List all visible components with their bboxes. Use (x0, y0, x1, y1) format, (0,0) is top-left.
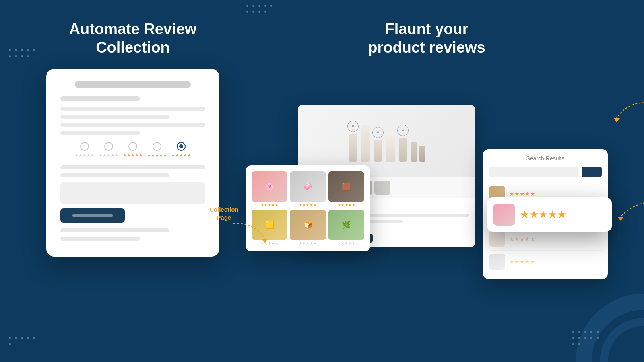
soap-image-6: 🌿 (328, 210, 364, 240)
soap-image-1: 🌸 (252, 171, 287, 202)
item-stars-1: ★★★★★ (252, 203, 287, 207)
rating-option-1: ★★★★★ (74, 142, 95, 158)
bottle-med-2 (399, 138, 407, 162)
bottle-short-3 (419, 146, 425, 162)
form-line-6 (60, 173, 169, 177)
rating-option-4: ★★★★★ (147, 142, 167, 158)
search-results-heading: Search Results (489, 155, 602, 162)
thumb-5[interactable] (374, 181, 390, 195)
review-form-card: ★★★★★ ★★★★★ ★★★★★ ★★★★★ ★★★★★ (46, 69, 219, 257)
radio-1[interactable] (80, 142, 89, 151)
item-stars-2: ★★★★★ (290, 203, 326, 207)
stars-4: ★★★★★ (147, 153, 167, 158)
result-thumb-4 (489, 254, 505, 270)
rating-options-row: ★★★★★ ★★★★★ ★★★★★ ★★★★★ ★★★★★ (60, 142, 205, 158)
radio-3[interactable] (128, 142, 137, 151)
soap-image-5: 🍞 (290, 210, 326, 240)
form-line-1 (60, 107, 205, 111)
svg-marker-2 (618, 217, 624, 221)
item-stars-5: ★★★★★ (290, 241, 326, 245)
result-stars-1: ★★★★★ (509, 191, 535, 197)
product-bottles-group: ⊕ ⊕ ⊕ (347, 121, 425, 162)
bottle-med-1 (386, 132, 395, 162)
product-arrow-svg (612, 99, 644, 131)
stars-2: ★★★★★ (99, 153, 119, 158)
rating-option-5: ★★★★★ (171, 142, 191, 158)
form-subtitle-bar (60, 96, 140, 101)
form-line-5 (60, 165, 205, 169)
highlight-thumb (493, 204, 515, 226)
collection-item-1: 🌸 ★★★★★ (252, 171, 287, 207)
form-line-2 (60, 115, 169, 119)
decorative-dots-bottomleft (8, 336, 40, 346)
radio-2[interactable] (104, 142, 113, 151)
result-stars-3: ★★★★★ (509, 236, 535, 242)
soap-image-3: 🟫 (328, 171, 364, 202)
rating-option-2: ★★★★★ (99, 142, 119, 158)
result-thumb-3 (489, 231, 505, 247)
highlighted-result-card: ★★★★★ (487, 197, 612, 232)
submit-btn-inner (72, 214, 113, 217)
submit-button[interactable] (60, 208, 125, 223)
rating-option-3: ★★★★★ (123, 142, 143, 158)
collection-arrow-svg (229, 220, 278, 252)
right-section: Flaunt your product reviews ⊕ ⊕ (242, 20, 612, 334)
collection-item-5: 🍞 ★★★★★ (290, 210, 326, 245)
form-line-3 (60, 123, 205, 127)
form-line-4 (60, 131, 140, 135)
bottle-logo-1: ⊕ (347, 121, 359, 132)
search-bar-row (489, 167, 602, 177)
bottle-short-2 (411, 142, 417, 162)
bottle-short-1 (374, 140, 382, 162)
search-results-arrow-svg (616, 197, 644, 230)
right-title: Flaunt your product reviews (242, 20, 612, 57)
bottle-logo-3: ⊕ (397, 125, 409, 136)
highlight-stars: ★★★★★ (520, 208, 566, 221)
bottle-tall-2 (361, 125, 370, 162)
stars-3: ★★★★★ (123, 153, 143, 158)
radio-4[interactable] (153, 142, 161, 151)
review-textarea[interactable] (60, 182, 205, 204)
collection-item-3: 🟫 ★★★★★ (328, 171, 364, 207)
collection-item-6: 🌿 ★★★★★ (328, 210, 364, 245)
form-title-bar (75, 81, 191, 88)
item-stars-6: ★★★★★ (328, 241, 364, 245)
svg-marker-0 (262, 239, 268, 243)
stars-1: ★★★★★ (74, 153, 95, 158)
stars-5: ★★★★★ (171, 153, 191, 158)
item-stars-3: ★★★★★ (328, 203, 364, 207)
collection-page-label: CollectionPage (209, 206, 239, 221)
cards-container: ⊕ ⊕ ⊕ (246, 65, 608, 334)
left-section: Automate Review Collection ★★★★★ ★★★★★ ★… (32, 20, 233, 257)
collection-item-2: 🧼 ★★★★★ (290, 171, 326, 207)
svg-marker-1 (614, 118, 620, 122)
search-input-mock[interactable] (489, 167, 579, 177)
radio-5[interactable] (177, 142, 186, 151)
decorative-dots-topcenter (246, 4, 278, 14)
result-stars-4: ★★★★★ (509, 259, 535, 265)
search-btn-mock[interactable] (582, 167, 602, 177)
search-result-item-4: ★★★★★ (489, 251, 602, 273)
bottle-tall-1 (349, 134, 357, 162)
footer-line-1 (60, 228, 169, 232)
form-footer (60, 228, 205, 241)
left-title: Automate Review Collection (32, 20, 233, 57)
bottle-logo-2: ⊕ (372, 127, 384, 138)
footer-line-2 (60, 237, 140, 241)
soap-image-2: 🧼 (290, 171, 326, 202)
